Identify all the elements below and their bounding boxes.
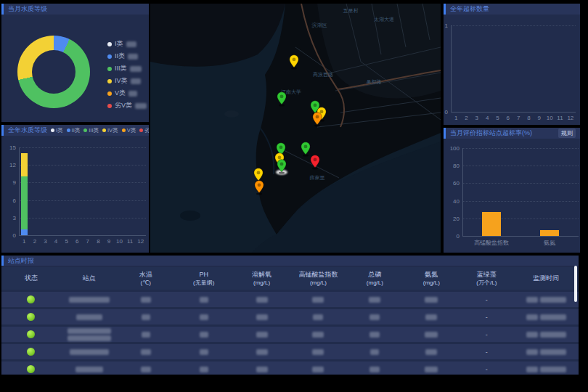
panel-title: 站点时报	[8, 256, 34, 266]
legend-item[interactable]: II类	[67, 127, 81, 134]
y-axis-line	[462, 148, 463, 236]
map-marker-green[interactable]	[277, 159, 287, 173]
panel-header: 当月评价指标站点超标率(%) 规则	[444, 128, 580, 139]
header-accent-bar	[1, 125, 4, 136]
redacted-value	[128, 91, 137, 97]
column-title: 水温	[139, 271, 152, 279]
redacted-value	[312, 332, 324, 338]
table-row[interactable]: -	[1, 327, 579, 342]
map-marker-orange[interactable]	[254, 180, 264, 194]
legend-item[interactable]: IV类	[102, 127, 118, 134]
column-header-8: 氨氮(mg/L)	[403, 271, 460, 287]
donut-hole	[32, 50, 75, 94]
redacted-station-name	[76, 314, 102, 320]
table-scrollbar-thumb[interactable]	[574, 266, 577, 302]
table-row[interactable]: -	[1, 292, 579, 307]
redacted-timestamp	[526, 349, 538, 355]
time-cell	[513, 349, 579, 355]
legend-item[interactable]: III类	[107, 62, 147, 75]
map-marker-orange[interactable]	[312, 112, 322, 126]
map-place-label: 薛家里	[310, 174, 325, 181]
status-indicator	[27, 313, 35, 321]
stacked-bar-segment	[21, 229, 28, 235]
redacted-value	[200, 314, 208, 320]
legend-dot	[83, 128, 87, 132]
algae-cell: -	[460, 314, 513, 321]
header-accent-bar	[444, 4, 446, 15]
column-unit: (无量纲)	[193, 279, 214, 287]
y-tick-label: 3	[3, 215, 16, 221]
legend-dot	[51, 128, 54, 132]
station-cell	[61, 297, 118, 303]
legend-label: II类	[72, 127, 81, 134]
redacted-value	[256, 332, 268, 338]
column-header-3: 水温(℃)	[118, 271, 174, 287]
panel-annual-exceed-count: 全年超标数量 01123456789101112	[444, 4, 580, 125]
legend-item[interactable]: III类	[83, 127, 99, 134]
legend-dot	[107, 54, 112, 59]
panel-title: 当月评价指标站点超标率(%)	[450, 128, 532, 138]
map-base	[150, 4, 441, 253]
y-tick-label: 80	[446, 163, 460, 169]
redacted-timestamp	[540, 332, 566, 338]
map-marker-yellow[interactable]	[289, 54, 299, 68]
table-row[interactable]: -	[1, 309, 579, 324]
time-cell	[513, 332, 579, 338]
x-tick-label: 12	[119, 238, 149, 245]
legend-item[interactable]: 劣V类	[139, 127, 149, 134]
legend-item[interactable]: V类	[122, 127, 136, 134]
redacted-value	[425, 349, 437, 355]
value-cell	[118, 367, 174, 372]
legend-item[interactable]: V类	[107, 87, 147, 99]
redacted-timestamp	[526, 332, 538, 338]
legend-item[interactable]: IV类	[107, 75, 147, 87]
legend-item[interactable]: II类	[107, 50, 147, 62]
exceed-rate-chart: 020406080100高锰酸盐指数氨氮	[444, 139, 580, 253]
redacted-value	[313, 314, 323, 320]
value-cell	[403, 314, 460, 320]
panel-title: 全年水质等级	[8, 126, 47, 135]
rules-button[interactable]: 规则	[558, 128, 576, 138]
redacted-value	[200, 367, 208, 372]
table-row[interactable]: -	[1, 344, 579, 359]
value-cell	[403, 297, 460, 303]
column-title: 监测时间	[533, 274, 559, 282]
value-cell	[346, 367, 403, 372]
algae-empty-value: -	[486, 314, 488, 321]
legend-label: III类	[89, 127, 99, 134]
time-cell	[513, 367, 579, 372]
redacted-value	[369, 367, 380, 372]
legend-dot	[107, 104, 112, 108]
value-cell	[118, 297, 174, 303]
map[interactable]: 滨湖区五星村太湖大道高浪西路吴都路江南大学薛家里	[150, 4, 441, 253]
station-cell	[61, 314, 118, 320]
redacted-value	[131, 78, 141, 84]
value-cell	[234, 332, 290, 338]
redacted-value	[256, 314, 268, 320]
legend-dot	[122, 128, 126, 132]
map-marker-green[interactable]	[277, 91, 287, 105]
legend-item[interactable]: 劣V类	[107, 99, 147, 112]
redacted-value	[425, 367, 438, 372]
header-accent-bar	[444, 128, 446, 139]
column-header-2: 站点	[61, 274, 118, 282]
gridline	[462, 201, 579, 202]
redacted-value	[369, 297, 380, 303]
gridline	[19, 218, 146, 219]
value-cell	[403, 332, 460, 338]
y-tick-label: 12	[3, 162, 16, 168]
map-place-label: 高浪西路	[313, 71, 333, 78]
legend-item[interactable]: I类	[107, 38, 147, 50]
map-marker-green[interactable]	[301, 142, 311, 155]
gridline	[19, 182, 146, 183]
legend-dot	[67, 128, 70, 132]
map-marker-red[interactable]	[310, 155, 320, 168]
legend-item[interactable]: I类	[51, 127, 63, 134]
table-row[interactable]: -	[1, 362, 579, 375]
gridline	[462, 166, 579, 166]
redacted-value	[141, 349, 151, 355]
exceed-count-chart: 01123456789101112	[444, 15, 580, 125]
annual-grade-chart: 03691215123456789101112	[1, 136, 149, 253]
panel-title: 当月水质等级	[8, 4, 47, 14]
algae-cell: -	[460, 348, 513, 356]
